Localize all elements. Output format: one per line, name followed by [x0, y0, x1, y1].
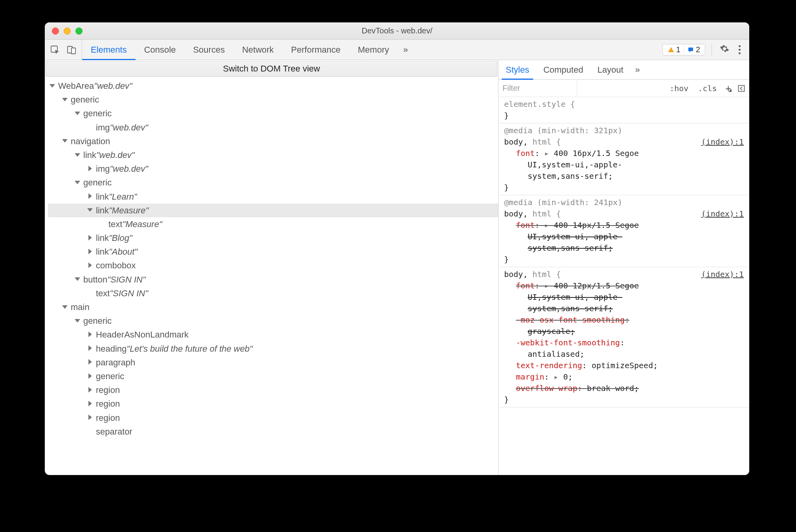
tree-row[interactable]: img "web.dev" — [48, 162, 498, 176]
maximize-icon[interactable] — [75, 28, 83, 35]
more-tabs-button[interactable]: » — [398, 40, 413, 60]
css-rule[interactable]: @media (min-width: 241px)(index):1body, … — [499, 195, 749, 267]
collapse-icon[interactable] — [75, 152, 81, 158]
expand-icon[interactable] — [87, 166, 94, 172]
info-icon — [687, 46, 694, 53]
minimize-icon[interactable] — [64, 28, 71, 35]
expand-icon[interactable] — [87, 249, 94, 255]
rule-element-style[interactable]: element.style {} — [499, 97, 749, 123]
collapse-icon[interactable] — [62, 97, 68, 103]
tree-name: Measure — [112, 204, 146, 217]
source-link[interactable]: (index):1 — [701, 136, 744, 148]
kebab-menu-icon[interactable] — [733, 45, 746, 54]
inspect-tools — [45, 40, 82, 60]
hov-toggle[interactable]: :hov — [665, 84, 693, 93]
tab-elements[interactable]: Elements — [82, 40, 136, 60]
tree-row[interactable]: link "Blog" — [48, 231, 498, 245]
css-declaration[interactable]: -webkit-font-smoothing: — [504, 337, 744, 349]
expand-icon[interactable] — [87, 373, 94, 380]
sidebar-tab-styles[interactable]: Styles — [499, 60, 536, 79]
tree-row[interactable]: WebArea "web.dev" — [48, 79, 498, 93]
expand-icon[interactable] — [87, 387, 94, 393]
tree-row[interactable]: generic — [48, 314, 498, 328]
filter-input[interactable] — [499, 81, 577, 96]
tree-row[interactable]: combobox — [48, 259, 498, 272]
expand-icon[interactable] — [87, 401, 94, 407]
css-declaration[interactable]: font: ▸ 400 16px/1.5 Segoe — [504, 148, 744, 159]
tree-row[interactable]: region — [48, 397, 498, 411]
css-declaration[interactable]: -moz-osx-font-smoothing: — [504, 314, 744, 326]
new-style-rule-button[interactable]: + — [722, 83, 734, 94]
accessibility-tree[interactable]: WebArea "web.dev"genericgenericimg "web.… — [45, 77, 498, 475]
css-declaration[interactable]: overflow-wrap: break-word; — [504, 383, 744, 394]
expand-icon[interactable] — [87, 345, 94, 352]
tab-performance[interactable]: Performance — [282, 40, 349, 60]
css-declaration[interactable]: font: ▸ 400 14px/1.5 Segoe — [504, 220, 744, 231]
tree-row[interactable]: separator — [48, 425, 498, 438]
tree-name: Measure — [125, 217, 159, 231]
tree-row[interactable]: link "Learn" — [48, 190, 498, 204]
tree-row[interactable]: generic — [48, 176, 498, 189]
tree-row[interactable]: text "SIGN IN" — [48, 286, 498, 300]
collapse-icon[interactable] — [75, 318, 81, 324]
tree-row[interactable]: region — [48, 411, 498, 425]
collapse-icon[interactable] — [75, 276, 81, 283]
css-declaration[interactable]: text-rendering: optimizeSpeed; — [504, 360, 744, 371]
expand-icon[interactable] — [87, 193, 94, 200]
tree-row[interactable]: paragraph — [48, 356, 498, 369]
issues-badge[interactable]: 1 2 — [662, 44, 705, 55]
tab-network[interactable]: Network — [233, 40, 282, 60]
css-value-continuation: grayscale; — [504, 326, 744, 337]
tree-row[interactable]: main — [48, 300, 498, 314]
collapse-icon[interactable] — [75, 180, 81, 186]
source-link[interactable]: (index):1 — [701, 269, 744, 280]
css-rule[interactable]: @media (min-width: 321px)(index):1body, … — [499, 123, 749, 195]
tree-row[interactable]: button "SIGN IN" — [48, 273, 498, 286]
tree-row[interactable]: navigation — [48, 134, 498, 148]
tree-row[interactable]: heading "Let's build the future of the w… — [48, 342, 498, 356]
tab-sources[interactable]: Sources — [184, 40, 233, 60]
device-toolbar-icon[interactable] — [67, 45, 76, 55]
collapse-icon[interactable] — [50, 83, 56, 89]
tree-row[interactable]: region — [48, 383, 498, 397]
warnings-count[interactable]: 1 — [664, 45, 684, 54]
info-count[interactable]: 2 — [684, 45, 703, 54]
tab-console[interactable]: Console — [136, 40, 185, 60]
tree-role: HeaderAsNonLandmark — [96, 328, 189, 341]
collapse-icon[interactable] — [62, 138, 68, 144]
computed-toggle-icon[interactable] — [734, 84, 749, 92]
tab-memory[interactable]: Memory — [349, 40, 398, 60]
tree-row[interactable]: generic — [48, 106, 498, 120]
tree-row[interactable]: link "web.dev" — [48, 148, 498, 162]
tree-row[interactable]: generic — [48, 93, 498, 106]
css-declaration[interactable]: margin: ▸ 0; — [504, 371, 744, 383]
collapse-icon[interactable] — [87, 207, 94, 213]
expand-icon[interactable] — [87, 332, 94, 338]
expand-icon[interactable] — [87, 262, 94, 269]
tree-row[interactable]: generic — [48, 369, 498, 383]
source-link[interactable]: (index):1 — [701, 208, 744, 220]
inspect-element-icon[interactable] — [50, 45, 60, 55]
styles-rules[interactable]: element.style {}@media (min-width: 321px… — [499, 97, 749, 475]
more-sidebar-tabs-button[interactable]: » — [631, 60, 645, 79]
expand-icon[interactable] — [87, 415, 94, 421]
cls-toggle[interactable]: .cls — [693, 84, 721, 93]
tree-row[interactable]: text "Measure" — [48, 217, 498, 231]
tree-row[interactable]: img "web.dev" — [48, 121, 498, 134]
devtools-window: DevTools - web.dev/ ElementsConsoleSourc… — [45, 22, 749, 475]
expand-icon[interactable] — [87, 235, 94, 241]
tree-name: web.dev — [99, 148, 132, 162]
settings-icon[interactable] — [716, 44, 733, 55]
collapse-icon[interactable] — [62, 304, 68, 310]
css-declaration[interactable]: font: ▸ 400 12px/1.5 Segoe — [504, 280, 744, 292]
css-rule[interactable]: (index):1body, html {font: ▸ 400 12px/1.… — [499, 267, 749, 407]
tree-row[interactable]: link "Measure" — [48, 204, 498, 217]
close-icon[interactable] — [52, 28, 59, 35]
tree-row[interactable]: link "About" — [48, 245, 498, 259]
tree-row[interactable]: HeaderAsNonLandmark — [48, 328, 498, 341]
sidebar-tab-layout[interactable]: Layout — [590, 60, 630, 79]
collapse-icon[interactable] — [75, 110, 81, 117]
sidebar-tab-computed[interactable]: Computed — [536, 60, 591, 79]
expand-icon[interactable] — [87, 359, 94, 365]
switch-view-button[interactable]: Switch to DOM Tree view — [46, 61, 497, 77]
